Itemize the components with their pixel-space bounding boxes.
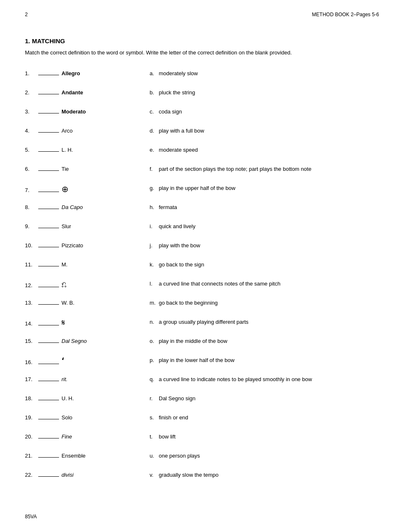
item-number: 19. bbox=[25, 414, 38, 421]
answer-blank bbox=[38, 414, 59, 419]
right-item: o.play in the middle of the bow bbox=[150, 337, 379, 349]
term-label: Pizzicato bbox=[62, 242, 83, 249]
answer-blank bbox=[38, 471, 59, 477]
term-label: ⎌ bbox=[62, 280, 67, 289]
term-label: ʻ bbox=[62, 356, 64, 366]
def-letter: e. bbox=[150, 146, 159, 154]
item-number: 10. bbox=[25, 242, 38, 249]
left-item: 12.⎌ bbox=[25, 280, 150, 291]
term-label: ⊕ bbox=[62, 184, 69, 194]
def-text: play in the middle of the bow bbox=[159, 337, 379, 345]
def-letter: r. bbox=[150, 394, 159, 403]
def-text: coda sign bbox=[159, 108, 379, 116]
item-number: 14. bbox=[25, 320, 38, 327]
def-text: a curved line to indicate notes to be pl… bbox=[159, 375, 379, 384]
left-item: 2.Andante bbox=[25, 89, 150, 100]
left-item: 21.Ensemble bbox=[25, 452, 150, 463]
def-letter: l. bbox=[150, 280, 159, 288]
answer-blank bbox=[38, 358, 59, 364]
left-item: 4.Arco bbox=[25, 127, 150, 138]
def-text: play in the lower half of the bow bbox=[159, 356, 379, 365]
right-item: n.a group usually playing different part… bbox=[150, 318, 379, 330]
item-number: 15. bbox=[25, 338, 38, 344]
item-number: 11. bbox=[25, 261, 38, 268]
right-item: k.go back to the sign bbox=[150, 261, 379, 272]
def-text: play with a full bow bbox=[159, 127, 379, 135]
item-number: 6. bbox=[25, 166, 38, 172]
left-item: 18.U. H. bbox=[25, 394, 150, 406]
def-text: go back to the beginning bbox=[159, 299, 379, 307]
term-label: rit. bbox=[62, 376, 67, 382]
item-number: 8. bbox=[25, 204, 38, 210]
right-item: m.go back to the beginning bbox=[150, 299, 379, 310]
left-item: 19.Solo bbox=[25, 414, 150, 425]
left-item: 11.M. bbox=[25, 261, 150, 272]
term-label: M. bbox=[62, 261, 67, 268]
right-item: s.finish or end bbox=[150, 414, 379, 425]
right-item: g.play in the upper half of the bow bbox=[150, 184, 379, 196]
item-number: 17. bbox=[25, 376, 38, 382]
right-item: u.one person plays bbox=[150, 452, 379, 463]
def-letter: f. bbox=[150, 165, 159, 173]
right-item: i.quick and lively bbox=[150, 222, 379, 234]
def-letter: t. bbox=[150, 433, 159, 441]
def-letter: v. bbox=[150, 471, 159, 479]
def-letter: h. bbox=[150, 203, 159, 212]
term-label: W. B. bbox=[62, 300, 74, 306]
item-number: 7. bbox=[25, 187, 38, 193]
item-number: 1. bbox=[25, 70, 38, 76]
right-item: c.coda sign bbox=[150, 108, 379, 119]
def-letter: d. bbox=[150, 127, 159, 135]
def-letter: q. bbox=[150, 375, 159, 384]
answer-blank bbox=[38, 375, 59, 381]
left-item: 17.rit. bbox=[25, 375, 150, 387]
def-letter: j. bbox=[150, 241, 159, 250]
answer-blank bbox=[38, 281, 59, 287]
right-item: j.play with the bow bbox=[150, 241, 379, 253]
item-number: 20. bbox=[25, 433, 38, 440]
left-item: 15.Dal Segno bbox=[25, 337, 150, 349]
answer-blank bbox=[38, 203, 59, 209]
term-label: Arco bbox=[62, 128, 73, 134]
def-text: pluck the string bbox=[159, 89, 379, 97]
term-label: U. H. bbox=[62, 395, 74, 401]
def-letter: u. bbox=[150, 452, 159, 460]
left-item: 10.Pizzicato bbox=[25, 241, 150, 253]
term-label: Allegro bbox=[62, 70, 80, 76]
term-label: Andante bbox=[62, 89, 83, 96]
left-item: 20.Fine bbox=[25, 433, 150, 444]
term-label: Da Capo bbox=[62, 204, 83, 210]
def-text: gradually slow the tempo bbox=[159, 471, 379, 479]
header-right: METHOD BOOK 2–Pages 5-6 bbox=[312, 12, 379, 17]
def-letter: b. bbox=[150, 89, 159, 97]
item-number: 5. bbox=[25, 147, 38, 153]
right-item: l.a curved line that connects notes of t… bbox=[150, 280, 379, 291]
answer-blank bbox=[38, 89, 59, 94]
def-text: fermata bbox=[159, 203, 379, 212]
answer-blank bbox=[38, 186, 59, 192]
left-item: 3.Moderato bbox=[25, 108, 150, 119]
def-text: finish or end bbox=[159, 414, 379, 422]
right-item: b.pluck the string bbox=[150, 89, 379, 100]
item-number: 3. bbox=[25, 108, 38, 115]
def-letter: m. bbox=[150, 299, 159, 307]
def-text: one person plays bbox=[159, 452, 379, 460]
left-item: 6.Tie bbox=[25, 165, 150, 177]
right-item: p.play in the lower half of the bow bbox=[150, 356, 379, 368]
answer-blank bbox=[38, 433, 59, 438]
right-item: f.part of the section plays the top note… bbox=[150, 165, 379, 177]
left-item: 9.Slur bbox=[25, 222, 150, 234]
def-text: play with the bow bbox=[159, 241, 379, 250]
def-letter: c. bbox=[150, 108, 159, 116]
left-item: 7.⊕ bbox=[25, 184, 150, 196]
def-letter: g. bbox=[150, 184, 159, 192]
answer-blank bbox=[38, 394, 59, 400]
def-text: moderately slow bbox=[159, 69, 379, 78]
term-label: Moderato bbox=[62, 108, 86, 115]
answer-blank bbox=[38, 127, 59, 133]
def-text: a curved line that connects notes of the… bbox=[159, 280, 379, 288]
page-number-top: 2 bbox=[25, 12, 28, 17]
answer-blank bbox=[38, 165, 59, 171]
item-number: 4. bbox=[25, 128, 38, 134]
def-letter: k. bbox=[150, 261, 159, 269]
